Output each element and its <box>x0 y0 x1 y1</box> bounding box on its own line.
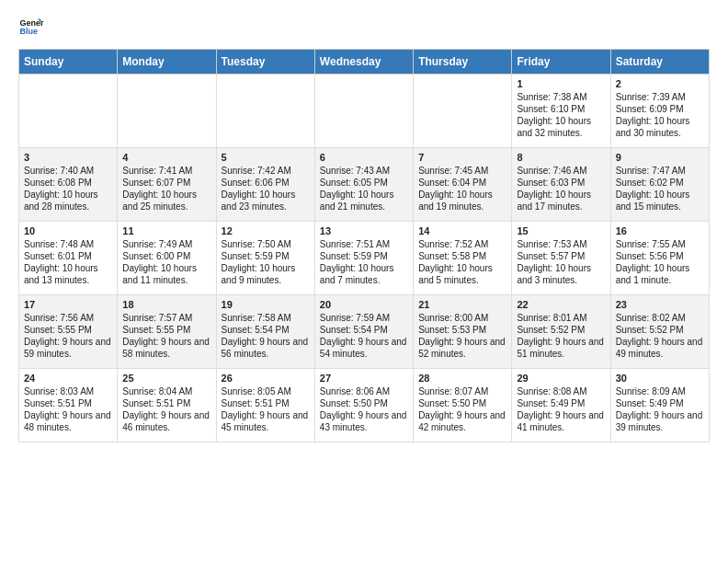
day-number: 10 <box>24 225 112 236</box>
day-info: Sunset: 5:50 PM <box>320 397 408 409</box>
calendar-cell: 29Sunrise: 8:08 AMSunset: 5:49 PMDayligh… <box>512 369 610 442</box>
day-number: 12 <box>222 225 310 236</box>
day-number: 30 <box>616 373 704 384</box>
day-info: Daylight: 10 hours and 30 minutes. <box>616 115 704 139</box>
day-info: Sunrise: 7:56 AM <box>24 312 112 324</box>
calendar-cell: 3Sunrise: 7:40 AMSunset: 6:08 PMDaylight… <box>19 148 118 222</box>
calendar-cell: 8Sunrise: 7:46 AMSunset: 6:03 PMDaylight… <box>512 148 610 222</box>
day-info: Daylight: 10 hours and 32 minutes. <box>517 115 605 139</box>
day-number: 9 <box>616 152 704 163</box>
day-info: Daylight: 9 hours and 43 minutes. <box>320 409 408 433</box>
calendar-cell <box>314 75 413 148</box>
calendar-week-2: 3Sunrise: 7:40 AMSunset: 6:08 PMDaylight… <box>19 148 710 222</box>
calendar-table: SundayMondayTuesdayWednesdayThursdayFrid… <box>18 49 710 442</box>
day-info: Sunset: 5:50 PM <box>418 397 506 409</box>
day-info: Sunrise: 7:59 AM <box>320 312 408 324</box>
day-number: 28 <box>418 373 506 384</box>
day-info: Sunset: 5:52 PM <box>616 324 704 336</box>
day-info: Sunrise: 7:39 AM <box>616 91 704 103</box>
day-info: Sunset: 6:05 PM <box>320 177 408 189</box>
day-info: Daylight: 9 hours and 59 minutes. <box>24 336 112 360</box>
day-info: Daylight: 10 hours and 25 minutes. <box>122 189 210 213</box>
calendar-cell: 18Sunrise: 7:57 AMSunset: 5:55 PMDayligh… <box>118 295 216 369</box>
day-number: 29 <box>517 373 605 384</box>
day-number: 11 <box>122 225 210 236</box>
calendar-cell: 6Sunrise: 7:43 AMSunset: 6:05 PMDaylight… <box>314 148 413 222</box>
day-info: Sunset: 6:09 PM <box>616 103 704 115</box>
day-info: Sunset: 5:59 PM <box>222 250 310 262</box>
day-info: Sunset: 6:03 PM <box>517 177 605 189</box>
column-header-tuesday: Tuesday <box>216 50 314 75</box>
day-number: 14 <box>418 225 506 236</box>
day-info: Sunset: 5:55 PM <box>24 324 112 336</box>
column-header-sunday: Sunday <box>19 50 118 75</box>
logo: General Blue <box>18 14 44 40</box>
day-info: Daylight: 10 hours and 15 minutes. <box>616 189 704 213</box>
day-info: Sunrise: 7:42 AM <box>222 165 310 177</box>
day-info: Sunset: 5:56 PM <box>616 250 704 262</box>
day-info: Daylight: 9 hours and 39 minutes. <box>616 409 704 433</box>
calendar-cell: 9Sunrise: 7:47 AMSunset: 6:02 PMDaylight… <box>610 148 709 222</box>
day-info: Sunset: 5:54 PM <box>222 324 310 336</box>
calendar-cell: 15Sunrise: 7:53 AMSunset: 5:57 PMDayligh… <box>512 222 610 295</box>
calendar-cell: 25Sunrise: 8:04 AMSunset: 5:51 PMDayligh… <box>118 369 216 442</box>
calendar-cell: 14Sunrise: 7:52 AMSunset: 5:58 PMDayligh… <box>414 222 512 295</box>
day-info: Daylight: 10 hours and 17 minutes. <box>517 189 605 213</box>
day-info: Daylight: 9 hours and 56 minutes. <box>222 336 310 360</box>
day-number: 17 <box>24 299 112 310</box>
calendar-cell: 5Sunrise: 7:42 AMSunset: 6:06 PMDaylight… <box>216 148 314 222</box>
day-number: 23 <box>616 299 704 310</box>
day-info: Sunset: 5:49 PM <box>616 397 704 409</box>
calendar-cell: 10Sunrise: 7:48 AMSunset: 6:01 PMDayligh… <box>19 222 118 295</box>
day-number: 20 <box>320 299 408 310</box>
day-info: Sunrise: 7:38 AM <box>517 91 605 103</box>
calendar-cell: 20Sunrise: 7:59 AMSunset: 5:54 PMDayligh… <box>314 295 413 369</box>
day-info: Daylight: 9 hours and 52 minutes. <box>418 336 506 360</box>
day-info: Sunrise: 7:52 AM <box>418 238 506 250</box>
day-info: Daylight: 9 hours and 49 minutes. <box>616 336 704 360</box>
day-info: Sunrise: 7:41 AM <box>122 165 210 177</box>
day-number: 5 <box>222 152 310 163</box>
column-header-saturday: Saturday <box>610 50 709 75</box>
calendar-cell: 13Sunrise: 7:51 AMSunset: 5:59 PMDayligh… <box>314 222 413 295</box>
day-info: Sunset: 5:51 PM <box>24 397 112 409</box>
day-info: Sunrise: 8:06 AM <box>320 385 408 397</box>
day-info: Daylight: 9 hours and 42 minutes. <box>418 409 506 433</box>
calendar-cell: 22Sunrise: 8:01 AMSunset: 5:52 PMDayligh… <box>512 295 610 369</box>
day-info: Sunrise: 8:02 AM <box>616 312 704 324</box>
calendar-week-3: 10Sunrise: 7:48 AMSunset: 6:01 PMDayligh… <box>19 222 710 295</box>
day-info: Sunrise: 7:48 AM <box>24 238 112 250</box>
day-info: Daylight: 10 hours and 13 minutes. <box>24 262 112 286</box>
calendar-cell: 17Sunrise: 7:56 AMSunset: 5:55 PMDayligh… <box>19 295 118 369</box>
day-info: Daylight: 9 hours and 54 minutes. <box>320 336 408 360</box>
day-number: 18 <box>122 299 210 310</box>
day-info: Sunset: 5:51 PM <box>222 397 310 409</box>
day-info: Sunrise: 8:08 AM <box>517 385 605 397</box>
day-info: Sunrise: 7:55 AM <box>616 238 704 250</box>
calendar-body: 1Sunrise: 7:38 AMSunset: 6:10 PMDaylight… <box>19 75 710 442</box>
logo-icon: General Blue <box>18 14 44 40</box>
day-number: 1 <box>517 78 605 89</box>
day-info: Daylight: 10 hours and 28 minutes. <box>24 189 112 213</box>
day-info: Sunrise: 7:49 AM <box>122 238 210 250</box>
day-info: Sunset: 5:53 PM <box>418 324 506 336</box>
day-info: Sunrise: 8:03 AM <box>24 385 112 397</box>
column-header-friday: Friday <box>512 50 610 75</box>
calendar-cell <box>216 75 314 148</box>
day-info: Daylight: 10 hours and 1 minute. <box>616 262 704 286</box>
day-info: Sunrise: 8:04 AM <box>122 385 210 397</box>
calendar-week-4: 17Sunrise: 7:56 AMSunset: 5:55 PMDayligh… <box>19 295 710 369</box>
day-info: Sunrise: 8:00 AM <box>418 312 506 324</box>
calendar-cell: 21Sunrise: 8:00 AMSunset: 5:53 PMDayligh… <box>414 295 512 369</box>
calendar-page: General Blue SundayMondayTuesdayWednesda… <box>0 0 728 456</box>
day-info: Daylight: 9 hours and 41 minutes. <box>517 409 605 433</box>
svg-text:Blue: Blue <box>19 27 38 36</box>
calendar-cell: 24Sunrise: 8:03 AMSunset: 5:51 PMDayligh… <box>19 369 118 442</box>
page-header: General Blue <box>18 14 710 40</box>
calendar-cell: 11Sunrise: 7:49 AMSunset: 6:00 PMDayligh… <box>118 222 216 295</box>
day-number: 8 <box>517 152 605 163</box>
day-info: Sunset: 6:08 PM <box>24 177 112 189</box>
calendar-cell: 30Sunrise: 8:09 AMSunset: 5:49 PMDayligh… <box>610 369 709 442</box>
day-info: Sunset: 5:58 PM <box>418 250 506 262</box>
day-info: Daylight: 9 hours and 58 minutes. <box>122 336 210 360</box>
